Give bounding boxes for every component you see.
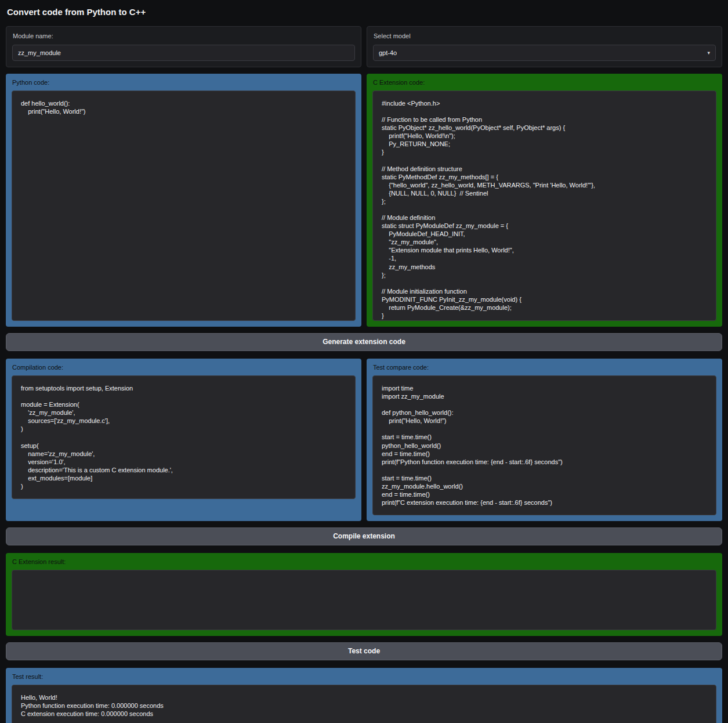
python-code-editor[interactable]: def hello_world(): print("Hello, World!"… [12, 91, 356, 321]
compilation-code-panel: Compilation code: from setuptools import… [6, 359, 361, 521]
compilation-code-editor[interactable]: from setuptools import setup, Extension … [12, 375, 356, 499]
page-title: Convert code from Python to C++ [7, 7, 721, 17]
chevron-down-icon: ▾ [707, 50, 710, 56]
test-result-output[interactable]: Hello, World! Python function execution … [12, 685, 716, 723]
generate-extension-code-button[interactable]: Generate extension code [6, 333, 722, 351]
test-compare-code-panel: Test compare code: import time import zz… [367, 359, 722, 521]
module-name-label: Module name: [13, 32, 354, 39]
python-code-label: Python code: [12, 79, 355, 86]
test-compare-code-editor[interactable]: import time import zz_my_module def pyth… [372, 375, 716, 515]
c-extension-result-panel: C Extension result: [6, 553, 722, 636]
c-extension-code-editor[interactable]: #include <Python.h> // Function to be ca… [372, 91, 716, 321]
test-compare-code-label: Test compare code: [373, 364, 716, 371]
compile-extension-button[interactable]: Compile extension [6, 527, 722, 545]
c-extension-code-label: C Extension code: [373, 79, 716, 86]
c-extension-result-label: C Extension result: [12, 558, 716, 565]
module-name-input[interactable] [12, 45, 355, 61]
c-extension-code-panel: C Extension code: #include <Python.h> //… [367, 74, 722, 327]
c-extension-result-output[interactable] [12, 570, 716, 630]
test-code-button[interactable]: Test code [6, 642, 722, 660]
test-result-panel: Test result: Hello, World! Python functi… [6, 668, 722, 723]
model-select-group: Select model gpt-4o ▾ [367, 26, 722, 67]
model-select-value: gpt-4o [379, 49, 397, 56]
code-row-2: Compilation code: from setuptools import… [6, 359, 722, 521]
app-root: Convert code from Python to C++ Module n… [0, 0, 728, 723]
model-select-label: Select model [374, 32, 715, 39]
module-name-group: Module name: [6, 26, 361, 67]
compilation-code-label: Compilation code: [12, 364, 355, 371]
model-select[interactable]: gpt-4o ▾ [373, 45, 716, 61]
code-row-1: Python code: def hello_world(): print("H… [6, 74, 722, 327]
test-result-label: Test result: [12, 673, 716, 680]
python-code-panel: Python code: def hello_world(): print("H… [6, 74, 361, 327]
controls-row: Module name: Select model gpt-4o ▾ [6, 26, 722, 67]
